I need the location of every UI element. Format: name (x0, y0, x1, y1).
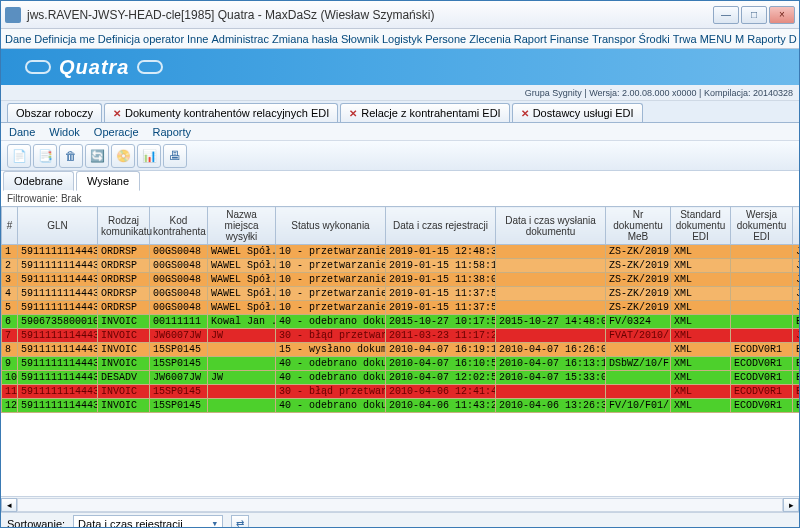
table-cell: 2010-04-07 12:02:54 (386, 371, 496, 385)
toolbar-button[interactable]: 🔄 (85, 144, 109, 168)
table-cell: XML (671, 301, 731, 315)
table-cell: 2019-01-15 11:37:53 (386, 301, 496, 315)
close-tab-icon[interactable]: ✕ (349, 108, 357, 119)
tab-sent[interactable]: Wysłane (76, 171, 140, 191)
document-tab[interactable]: ✕Dokumenty kontrahentów relacyjnych EDI (104, 103, 338, 122)
table-cell: 5911111114443 (18, 371, 98, 385)
table-row[interactable]: 55911111114443ORDRSP00GS0048WAWEL Spół..… (2, 301, 800, 315)
app-icon (5, 7, 21, 23)
document-tab[interactable]: ✕Dostawcy usługi EDI (512, 103, 643, 122)
menu-item[interactable]: Finanse (550, 33, 589, 45)
submenu-item[interactable]: Widok (49, 126, 80, 138)
scroll-track[interactable] (17, 498, 783, 512)
table-cell: 40 - odebrano dokument (276, 357, 386, 371)
toolbar-button[interactable]: 🗑 (59, 144, 83, 168)
table-row[interactable]: 105911111114443DESADVJW6007JWJW40 - odeb… (2, 371, 800, 385)
horizontal-scrollbar[interactable]: ◂ ▸ (1, 496, 799, 512)
title-bar: jws.RAVEN-JWSY-HEAD-cle[1985] Quatra - M… (1, 1, 799, 29)
sort-bar: Sortowanie: Data i czas rejestracji ⇄ (1, 512, 799, 528)
table-row[interactable]: 35911111114443ORDRSP00GS0048WAWEL Spół..… (2, 273, 800, 287)
table-cell: 4 (2, 287, 18, 301)
sort-direction-button[interactable]: ⇄ (231, 515, 249, 529)
table-cell: 40 - odebrano dokument (276, 399, 386, 413)
column-header[interactable]: Kod kontrahenta (150, 207, 208, 245)
table-cell (496, 301, 606, 315)
table-cell: 5911111114443 (18, 385, 98, 399)
table-cell: 2019-01-15 11:58:11 (386, 259, 496, 273)
sort-field-select[interactable]: Data i czas rejestracji (73, 515, 223, 529)
table-row[interactable]: 75911111114443INVOICJW6007JWJW30 - błąd … (2, 329, 800, 343)
menu-item[interactable]: Administrac (211, 33, 268, 45)
table-cell (731, 245, 793, 259)
table-row[interactable]: 65906735800010INVOIC00111111Kowal Jan ..… (2, 315, 800, 329)
close-button[interactable]: × (769, 6, 795, 24)
column-header[interactable]: GLN (18, 207, 98, 245)
maximize-button[interactable]: □ (741, 6, 767, 24)
menu-item[interactable]: Definicja me (34, 33, 95, 45)
toolbar-button[interactable]: 📀 (111, 144, 135, 168)
column-header[interactable]: Wersja dokumentu EDI (731, 207, 793, 245)
column-header[interactable]: Standard dokumentu EDI (671, 207, 731, 245)
menu-item[interactable]: Słownik (341, 33, 379, 45)
close-tab-icon[interactable]: ✕ (113, 108, 121, 119)
table-cell: 5911111114443 (18, 343, 98, 357)
table-row[interactable]: 25911111114443ORDRSP00GS0048WAWEL Spół..… (2, 259, 800, 273)
column-header[interactable]: Status wykonania (276, 207, 386, 245)
column-header[interactable]: Nr dokumentu MeB (606, 207, 671, 245)
menu-item[interactable]: Transpor (592, 33, 636, 45)
column-header[interactable]: Data i czas rejestracji (386, 207, 496, 245)
table-cell: 2015-10-27 10:17:54 (386, 315, 496, 329)
tab-received[interactable]: Odebrane (3, 171, 74, 191)
document-tab[interactable]: ✕Relacje z kontrahentami EDI (340, 103, 509, 122)
scroll-right-button[interactable]: ▸ (783, 498, 799, 512)
menu-item[interactable]: Inne (187, 33, 208, 45)
table-cell: 40 - odebrano dokument (276, 371, 386, 385)
submenu-item[interactable]: Raporty (153, 126, 192, 138)
table-cell: DESADV (98, 371, 150, 385)
table-cell: XML (671, 371, 731, 385)
minimize-button[interactable]: — (713, 6, 739, 24)
scroll-left-button[interactable]: ◂ (1, 498, 17, 512)
table-cell: 10 - przetwarzanie .. (276, 301, 386, 315)
table-cell: 00GS0048 (150, 245, 208, 259)
toolbar-button[interactable]: 📑 (33, 144, 57, 168)
column-header[interactable]: Nazwa dostawcy usługi (793, 207, 800, 245)
table-cell: WAWEL Spół.. (208, 287, 276, 301)
menu-item[interactable]: Persone (425, 33, 466, 45)
table-row[interactable]: 85911111114443INVOIC15SP014515 - wysłano… (2, 343, 800, 357)
document-tab[interactable]: Obszar roboczy (7, 103, 102, 122)
table-cell: WAWEL Spół.. (208, 245, 276, 259)
toolbar-button[interactable]: 📊 (137, 144, 161, 168)
data-grid[interactable]: #GLNRodzaj komunikatuKod kontrahentaNazw… (1, 206, 799, 496)
submenu-item[interactable]: Operacje (94, 126, 139, 138)
column-header[interactable]: Nazwa miejsca wysyłki (208, 207, 276, 245)
menu-item[interactable]: Zlecenia (469, 33, 511, 45)
table-cell: ORDRSP (98, 245, 150, 259)
table-row[interactable]: 115911111114443INVOIC15SP014530 - błąd p… (2, 385, 800, 399)
menu-item[interactable]: Logistyk (382, 33, 422, 45)
menu-item[interactable]: Definicja operator (98, 33, 184, 45)
column-header[interactable]: # (2, 207, 18, 245)
menu-item[interactable]: MENU M (700, 33, 745, 45)
table-row[interactable]: 95911111114443INVOIC15SP014540 - odebran… (2, 357, 800, 371)
column-header[interactable]: Data i czas wysłania dokumentu (496, 207, 606, 245)
table-row[interactable]: 125911111114443INVOIC15SP014540 - odebra… (2, 399, 800, 413)
menu-item[interactable]: Dane (5, 33, 31, 45)
close-tab-icon[interactable]: ✕ (521, 108, 529, 119)
submenu-item[interactable]: Dane (9, 126, 35, 138)
menu-item[interactable]: Zmiana hasła (272, 33, 338, 45)
table-cell: ECODV0R1 (731, 371, 793, 385)
toolbar-button[interactable]: 🖶 (163, 144, 187, 168)
table-cell: 10 - przetwarzanie .. (276, 259, 386, 273)
table-cell: XML (671, 245, 731, 259)
menu-item[interactable]: Raport (514, 33, 547, 45)
table-cell: 2019-01-15 12:48:37 (386, 245, 496, 259)
toolbar-button[interactable]: 📄 (7, 144, 31, 168)
view-menu: DaneWidokOperacjeRaporty (1, 123, 799, 141)
menu-item[interactable]: Środki Trwa (639, 33, 697, 45)
table-row[interactable]: 45911111114443ORDRSP00GS0048WAWEL Spół..… (2, 287, 800, 301)
table-cell: 2010-04-06 13:26:30 (496, 399, 606, 413)
column-header[interactable]: Rodzaj komunikatu (98, 207, 150, 245)
menu-item[interactable]: Raporty D (747, 33, 797, 45)
table-row[interactable]: 15911111114443ORDRSP00GS0048WAWEL Spół..… (2, 245, 800, 259)
